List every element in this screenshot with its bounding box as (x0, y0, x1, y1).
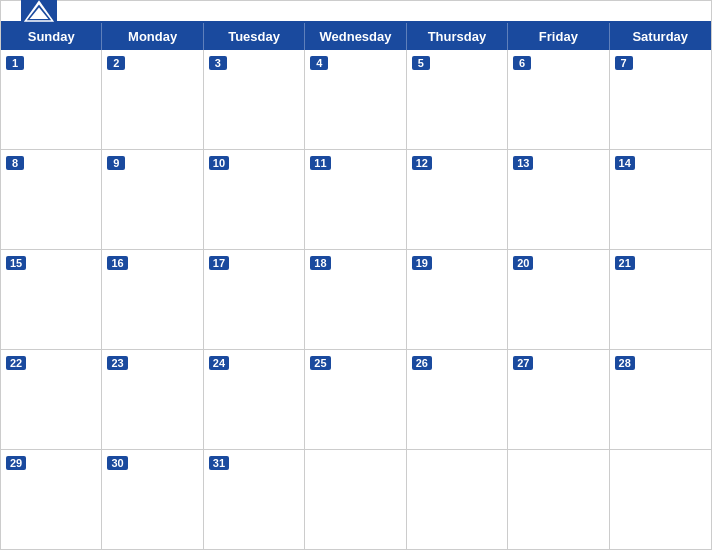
day-cell: 21 (610, 250, 711, 349)
day-number: 10 (209, 156, 229, 170)
day-number: 23 (107, 356, 127, 370)
day-header-tuesday: Tuesday (204, 23, 305, 50)
day-header-sunday: Sunday (1, 23, 102, 50)
day-headers-row: SundayMondayTuesdayWednesdayThursdayFrid… (1, 23, 711, 50)
day-cell: 16 (102, 250, 203, 349)
day-cell: 2 (102, 50, 203, 149)
calendar-wrapper: SundayMondayTuesdayWednesdayThursdayFrid… (0, 0, 712, 550)
week-row-4: 22232425262728 (1, 350, 711, 450)
week-row-5: 293031 (1, 450, 711, 549)
day-cell (508, 450, 609, 549)
day-number: 16 (107, 256, 127, 270)
day-cell: 23 (102, 350, 203, 449)
day-cell (407, 450, 508, 549)
calendar-weeks: 1234567891011121314151617181920212223242… (1, 50, 711, 549)
day-cell: 13 (508, 150, 609, 249)
day-number: 21 (615, 256, 635, 270)
day-number: 29 (6, 456, 26, 470)
day-cell: 25 (305, 350, 406, 449)
day-number: 17 (209, 256, 229, 270)
day-number: 31 (209, 456, 229, 470)
day-number: 27 (513, 356, 533, 370)
day-number: 18 (310, 256, 330, 270)
calendar-grid: SundayMondayTuesdayWednesdayThursdayFrid… (1, 21, 711, 549)
day-cell: 1 (1, 50, 102, 149)
day-number: 15 (6, 256, 26, 270)
day-cell (610, 450, 711, 549)
day-number: 3 (209, 56, 227, 70)
day-number: 20 (513, 256, 533, 270)
day-cell: 31 (204, 450, 305, 549)
day-cell: 20 (508, 250, 609, 349)
day-cell: 27 (508, 350, 609, 449)
day-cell: 5 (407, 50, 508, 149)
day-number: 22 (6, 356, 26, 370)
day-number: 9 (107, 156, 125, 170)
day-header-saturday: Saturday (610, 23, 711, 50)
day-cell: 22 (1, 350, 102, 449)
day-number: 25 (310, 356, 330, 370)
day-number: 26 (412, 356, 432, 370)
day-number: 28 (615, 356, 635, 370)
day-number: 12 (412, 156, 432, 170)
day-cell: 6 (508, 50, 609, 149)
day-cell: 30 (102, 450, 203, 549)
day-number: 4 (310, 56, 328, 70)
week-row-2: 891011121314 (1, 150, 711, 250)
week-row-3: 15161718192021 (1, 250, 711, 350)
calendar-header (1, 1, 711, 21)
day-number: 7 (615, 56, 633, 70)
day-cell: 29 (1, 450, 102, 549)
day-cell: 15 (1, 250, 102, 349)
logo-icon (21, 0, 57, 25)
day-cell: 17 (204, 250, 305, 349)
day-cell: 19 (407, 250, 508, 349)
day-cell (305, 450, 406, 549)
day-number: 6 (513, 56, 531, 70)
day-header-friday: Friday (508, 23, 609, 50)
day-cell: 18 (305, 250, 406, 349)
day-cell: 14 (610, 150, 711, 249)
day-cell: 4 (305, 50, 406, 149)
day-number: 5 (412, 56, 430, 70)
day-cell: 7 (610, 50, 711, 149)
day-cell: 12 (407, 150, 508, 249)
day-cell: 3 (204, 50, 305, 149)
day-cell: 10 (204, 150, 305, 249)
day-cell: 24 (204, 350, 305, 449)
day-number: 11 (310, 156, 330, 170)
day-number: 13 (513, 156, 533, 170)
day-number: 30 (107, 456, 127, 470)
generalblue-logo (21, 0, 57, 25)
day-number: 8 (6, 156, 24, 170)
day-header-thursday: Thursday (407, 23, 508, 50)
day-number: 24 (209, 356, 229, 370)
day-header-wednesday: Wednesday (305, 23, 406, 50)
day-number: 1 (6, 56, 24, 70)
day-number: 2 (107, 56, 125, 70)
day-cell: 8 (1, 150, 102, 249)
day-cell: 26 (407, 350, 508, 449)
day-cell: 11 (305, 150, 406, 249)
week-row-1: 1234567 (1, 50, 711, 150)
day-cell: 28 (610, 350, 711, 449)
day-header-monday: Monday (102, 23, 203, 50)
day-number: 19 (412, 256, 432, 270)
day-number: 14 (615, 156, 635, 170)
day-cell: 9 (102, 150, 203, 249)
